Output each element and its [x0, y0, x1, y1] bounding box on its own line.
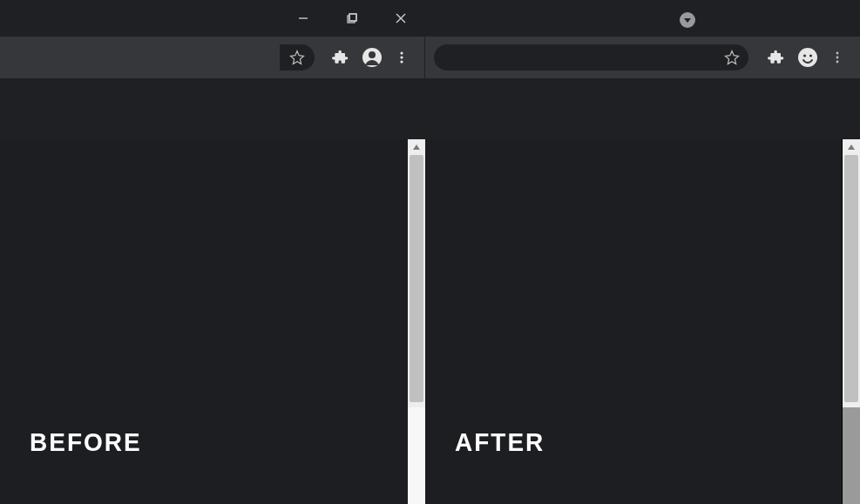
scroll-thumb[interactable]	[410, 155, 423, 402]
address-bar-right[interactable]	[434, 44, 748, 71]
titlebar	[0, 0, 860, 37]
svg-point-17	[836, 61, 839, 64]
svg-point-9	[400, 51, 403, 54]
svg-marker-18	[413, 144, 420, 150]
svg-rect-2	[349, 14, 356, 21]
svg-point-16	[836, 57, 839, 59]
toolbar-row	[0, 37, 860, 78]
maximize-button[interactable]	[328, 0, 376, 37]
scroll-up-icon[interactable]	[408, 139, 425, 155]
pane-before: BEFORE	[0, 139, 408, 504]
subheader-band	[0, 78, 860, 139]
menu-icon[interactable]	[830, 50, 844, 64]
address-bar-left-end[interactable]	[280, 44, 315, 71]
profile-icon[interactable]	[362, 47, 383, 68]
scroll-track[interactable]	[843, 155, 860, 504]
avatar-icon[interactable]	[797, 47, 818, 68]
svg-point-8	[369, 51, 376, 58]
scroll-up-icon[interactable]	[843, 139, 860, 155]
svg-point-15	[836, 52, 839, 55]
close-icon	[396, 13, 406, 24]
scroll-thumb[interactable]	[844, 155, 858, 402]
svg-point-10	[400, 56, 403, 58]
minimize-icon	[298, 13, 308, 24]
scroll-track-lower[interactable]	[408, 407, 425, 504]
dropdown-badge[interactable]	[680, 12, 695, 28]
scroll-track-lower[interactable]	[843, 407, 860, 504]
maximize-icon	[347, 13, 357, 24]
svg-point-14	[809, 54, 812, 57]
svg-point-12	[798, 48, 817, 67]
content-row: BEFORE AFTER	[0, 139, 860, 504]
svg-marker-6	[684, 18, 691, 23]
star-icon	[289, 50, 305, 65]
toolbar-right	[424, 37, 860, 78]
minimize-button[interactable]	[279, 0, 328, 37]
menu-icon[interactable]	[395, 50, 409, 64]
svg-point-13	[803, 54, 806, 57]
star-icon	[724, 50, 740, 65]
close-button[interactable]	[376, 0, 425, 37]
svg-point-11	[400, 60, 403, 63]
window-controls	[279, 0, 425, 37]
extensions-icon[interactable]	[768, 49, 785, 66]
scroll-track[interactable]	[408, 155, 425, 504]
chevron-down-icon	[683, 16, 692, 24]
scrollbar-right[interactable]	[843, 139, 860, 504]
extensions-icon[interactable]	[332, 49, 349, 66]
pane-label-before: BEFORE	[30, 428, 408, 458]
scrollbar-left[interactable]	[408, 139, 425, 504]
pane-after: AFTER	[425, 139, 842, 504]
toolbar-left	[0, 37, 424, 78]
svg-marker-19	[848, 144, 855, 150]
pane-label-after: AFTER	[455, 428, 842, 458]
